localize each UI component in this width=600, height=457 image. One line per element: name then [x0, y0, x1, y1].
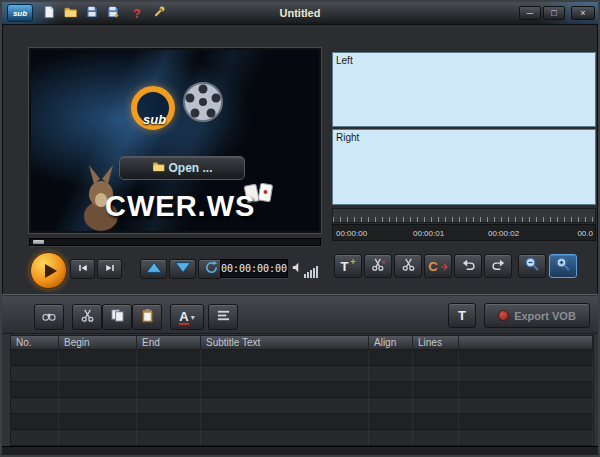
help-button[interactable]: ?	[129, 6, 145, 21]
table-row[interactable]	[11, 382, 593, 398]
down-arrow-icon	[174, 260, 192, 278]
table-row[interactable]	[11, 414, 593, 430]
folder-icon	[151, 159, 166, 177]
speaker-icon	[292, 260, 303, 278]
zoom-in-button[interactable]	[549, 254, 577, 278]
folder-icon	[63, 5, 78, 23]
cut-button[interactable]	[72, 304, 102, 330]
video-preview: sub Open ... CWER.WS	[29, 48, 321, 233]
redo-button[interactable]	[484, 254, 512, 278]
save-button[interactable]	[83, 6, 101, 21]
previous-frame-button[interactable]	[70, 259, 95, 279]
find-button[interactable]	[34, 304, 64, 330]
play-icon	[45, 264, 57, 278]
table-row[interactable]	[11, 430, 593, 446]
open-button-label: Open ...	[168, 161, 212, 175]
export-vob-button[interactable]: Export VOB	[484, 303, 590, 328]
subtitle-toolbar: A ▾ T Export VOB	[2, 296, 598, 334]
column-header-subtitle-text: Subtitle Text	[201, 336, 369, 349]
binoculars-icon	[41, 308, 57, 327]
column-header-spacer	[459, 336, 593, 349]
zoom-in-icon	[555, 256, 571, 276]
column-header-align: Align	[369, 336, 413, 349]
watermark-text: CWER.WS	[105, 190, 255, 223]
volume-control[interactable]	[292, 260, 322, 278]
redo-icon	[491, 257, 506, 276]
subtitle-table	[10, 350, 594, 447]
new-button[interactable]	[40, 6, 58, 21]
timeline-ruler[interactable]	[332, 208, 596, 223]
maximize-icon: □	[551, 8, 556, 18]
clear-button[interactable]: C	[424, 254, 452, 278]
seek-slider[interactable]	[29, 238, 321, 246]
zoom-out-icon	[524, 256, 540, 276]
seek-thumb[interactable]	[33, 240, 44, 244]
time-tick: 00:00:01	[413, 229, 444, 238]
table-row[interactable]	[11, 366, 593, 382]
text-style-button[interactable]: T	[448, 303, 476, 328]
align-button[interactable]	[208, 304, 238, 330]
time-tick: 00:00:00	[336, 229, 367, 238]
app-icon[interactable]: sub	[7, 4, 33, 22]
split-subtitle-button[interactable]	[394, 254, 422, 278]
close-button[interactable]: ×	[571, 6, 595, 20]
open-file-button[interactable]	[61, 6, 79, 21]
column-header-begin: Begin	[59, 336, 137, 349]
clear-arrow-icon	[440, 257, 448, 275]
titlebar: sub ? Untitled ─ □ ×	[2, 2, 598, 25]
timeline-labels: 00:00:00 00:00:01 00:00:02 00.0	[332, 224, 596, 241]
app-logo: sub	[123, 76, 233, 136]
plus-icon: +	[350, 257, 355, 267]
save-as-button[interactable]	[104, 6, 122, 21]
play-button[interactable]	[30, 252, 67, 289]
subtitle-section: A ▾ T Export VOB No. Begin End Subtitle …	[2, 294, 598, 457]
delete-subtitle-button[interactable]	[364, 254, 392, 278]
previous-frame-icon	[76, 260, 90, 278]
logo-text: sub	[143, 112, 166, 127]
loop-icon	[204, 260, 219, 279]
subtitle-table-header: No. Begin End Subtitle Text Align Lines	[10, 335, 594, 350]
undo-icon	[461, 257, 476, 276]
move-down-button[interactable]	[169, 259, 196, 279]
bottom-strip	[2, 446, 598, 457]
column-header-no: No.	[11, 336, 59, 349]
volume-bar	[304, 274, 306, 278]
wrench-icon	[152, 5, 166, 23]
app-icon-label: sub	[13, 9, 27, 18]
floppy-plus-icon	[106, 5, 120, 23]
text-style-icon: T	[458, 308, 466, 323]
undo-button[interactable]	[454, 254, 482, 278]
left-channel-label: Left	[336, 55, 353, 66]
scissors-icon	[401, 257, 416, 276]
waveform-right-channel[interactable]: Right	[332, 129, 596, 205]
export-label: Export VOB	[514, 310, 576, 322]
paste-button[interactable]	[132, 304, 162, 330]
film-reel-icon	[181, 80, 225, 128]
clipboard-icon	[140, 308, 155, 327]
chevron-down-icon: ▾	[191, 313, 195, 322]
settings-button[interactable]	[150, 6, 168, 21]
help-icon: ?	[133, 7, 140, 21]
volume-bar	[313, 268, 315, 278]
volume-bar	[310, 270, 312, 278]
copy-button[interactable]	[102, 304, 132, 330]
scissors-x-icon	[371, 257, 386, 276]
table-row[interactable]	[11, 350, 593, 366]
copy-icon	[110, 308, 125, 327]
move-up-button[interactable]	[140, 259, 167, 279]
table-row[interactable]	[11, 398, 593, 414]
open-video-button[interactable]: Open ...	[119, 156, 245, 180]
up-arrow-icon	[145, 260, 163, 278]
right-channel-label: Right	[336, 132, 359, 143]
font-button[interactable]: A ▾	[170, 304, 204, 330]
column-header-end: End	[137, 336, 201, 349]
add-subtitle-button[interactable]: T +	[334, 254, 362, 278]
minimize-button[interactable]: ─	[519, 6, 541, 20]
zoom-out-button[interactable]	[518, 254, 546, 278]
record-dot-icon	[498, 310, 509, 321]
font-icon: A	[179, 310, 188, 325]
maximize-button[interactable]: □	[543, 6, 565, 20]
next-frame-button[interactable]	[97, 259, 122, 279]
waveform-left-channel[interactable]: Left	[332, 52, 596, 127]
time-tick: 00:00:02	[488, 229, 519, 238]
